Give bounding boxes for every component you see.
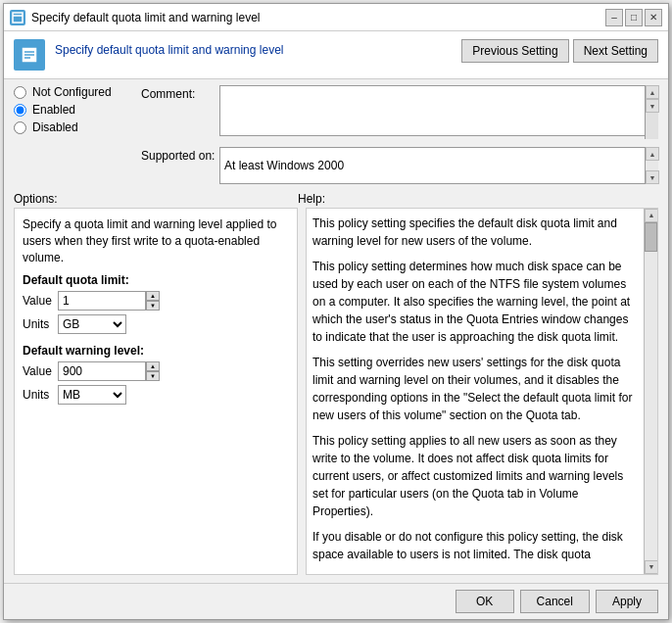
- section-headers: Options: Help:: [4, 192, 668, 206]
- supported-text: At least Windows 2000: [224, 159, 344, 172]
- warning-spin-buttons: ▲ ▼: [146, 361, 160, 381]
- supported-row: Supported on: At least Windows 2000 ▲ ▼: [141, 147, 658, 184]
- comment-input[interactable]: [219, 85, 658, 136]
- comment-scroll-down[interactable]: ▼: [646, 99, 659, 113]
- quota-spin-up[interactable]: ▲: [146, 291, 160, 301]
- bottom-bar: OK Cancel Apply: [4, 583, 668, 619]
- svg-rect-0: [13, 13, 23, 23]
- close-button[interactable]: ✕: [645, 9, 662, 26]
- help-scroll-down[interactable]: ▼: [645, 560, 658, 574]
- header-buttons: Previous Setting Next Setting: [461, 39, 658, 63]
- quota-input-wrapper: ▲ ▼: [58, 291, 160, 311]
- next-setting-button[interactable]: Next Setting: [573, 39, 658, 63]
- policy-icon: [14, 39, 45, 71]
- radio-disabled-label: Disabled: [32, 120, 78, 134]
- supported-scrollbar: ▲ ▼: [645, 147, 658, 184]
- supported-value-display: At least Windows 2000: [219, 147, 658, 184]
- title-bar: Specify default quota limit and warning …: [4, 4, 668, 31]
- help-scrollbar: ▲ ▼: [644, 209, 657, 574]
- radio-enabled-row: Enabled: [14, 103, 141, 117]
- quota-value-input[interactable]: [58, 291, 146, 311]
- help-panel: This policy setting specifies the defaul…: [306, 208, 658, 575]
- help-scroll-thumb: [645, 222, 657, 252]
- radio-not-configured[interactable]: [14, 86, 26, 99]
- ok-button[interactable]: OK: [456, 590, 514, 613]
- warning-units-select[interactable]: MB KB GB TB: [58, 385, 126, 405]
- main-content: Specify a quota limit and warning level …: [14, 208, 658, 575]
- main-window: Specify default quota limit and warning …: [3, 3, 669, 620]
- comment-scroll-up[interactable]: ▲: [646, 85, 659, 99]
- supported-label: Supported on:: [141, 147, 219, 163]
- warning-spin-down[interactable]: ▼: [146, 371, 160, 381]
- radio-enabled[interactable]: [14, 104, 26, 117]
- header-title: Specify default quota limit and warning …: [55, 39, 452, 57]
- quota-units-label: Units: [23, 317, 58, 331]
- options-panel: Specify a quota limit and warning level …: [14, 208, 298, 575]
- options-header: Options:: [14, 192, 298, 206]
- warning-value-row: Value ▲ ▼: [23, 361, 289, 381]
- minimize-button[interactable]: –: [605, 9, 623, 26]
- radio-not-configured-row: Not Configured: [14, 85, 141, 99]
- quota-value-row: Value ▲ ▼: [23, 291, 289, 311]
- header-section: Specify default quota limit and warning …: [4, 31, 668, 79]
- default-quota-label: Default quota limit:: [23, 273, 289, 287]
- supported-scroll-down[interactable]: ▼: [646, 170, 659, 184]
- comment-label: Comment:: [141, 85, 219, 101]
- window-title: Specify default quota limit and warning …: [31, 11, 605, 24]
- help-para-1: This policy setting specifies the defaul…: [312, 215, 634, 250]
- quota-units-select[interactable]: GB KB MB TB: [58, 314, 126, 334]
- warning-value-input[interactable]: [58, 361, 146, 381]
- quota-spin-buttons: ▲ ▼: [146, 291, 160, 311]
- supported-scroll-up[interactable]: ▲: [646, 147, 659, 161]
- apply-button[interactable]: Apply: [596, 590, 658, 613]
- previous-setting-button[interactable]: Previous Setting: [461, 39, 568, 63]
- quota-units-row: Units GB KB MB TB: [23, 314, 289, 334]
- comment-scrollbar: ▲ ▼: [645, 85, 658, 139]
- radio-enabled-label: Enabled: [32, 103, 75, 117]
- warning-units-row: Units MB KB GB TB: [23, 385, 289, 405]
- supported-wrapper: At least Windows 2000 ▲ ▼: [219, 147, 658, 184]
- radio-group: Not Configured Enabled Disabled: [14, 85, 141, 188]
- window-icon: [10, 10, 25, 25]
- quota-spin-down[interactable]: ▼: [146, 301, 160, 311]
- help-para-3: This setting overrides new users' settin…: [312, 354, 634, 424]
- window-controls: – □ ✕: [605, 9, 662, 26]
- warning-units-label: Units: [23, 388, 58, 402]
- help-para-2: This policy setting determines how much …: [312, 258, 634, 346]
- comment-row: Comment: ▲ ▼: [141, 85, 658, 139]
- radio-not-configured-label: Not Configured: [32, 85, 112, 99]
- default-warning-label: Default warning level:: [23, 344, 289, 358]
- help-para-5: If you disable or do not configure this …: [312, 528, 634, 563]
- quota-value-label: Value: [23, 294, 58, 308]
- maximize-button[interactable]: □: [625, 9, 643, 26]
- cancel-button[interactable]: Cancel: [520, 590, 590, 613]
- help-scroll-track: [645, 222, 657, 560]
- radio-disabled[interactable]: [14, 121, 26, 134]
- help-content: This policy setting specifies the defaul…: [312, 215, 649, 563]
- warning-spin-up[interactable]: ▲: [146, 361, 160, 371]
- options-description: Specify a quota limit and warning level …: [23, 216, 289, 265]
- help-para-4: This policy setting applies to all new u…: [312, 432, 634, 520]
- warning-input-wrapper: ▲ ▼: [58, 361, 160, 381]
- warning-value-label: Value: [23, 364, 58, 378]
- comment-wrapper: ▲ ▼: [219, 85, 658, 139]
- help-header: Help:: [298, 192, 658, 206]
- radio-disabled-row: Disabled: [14, 120, 141, 134]
- help-scroll-up[interactable]: ▲: [645, 209, 658, 222]
